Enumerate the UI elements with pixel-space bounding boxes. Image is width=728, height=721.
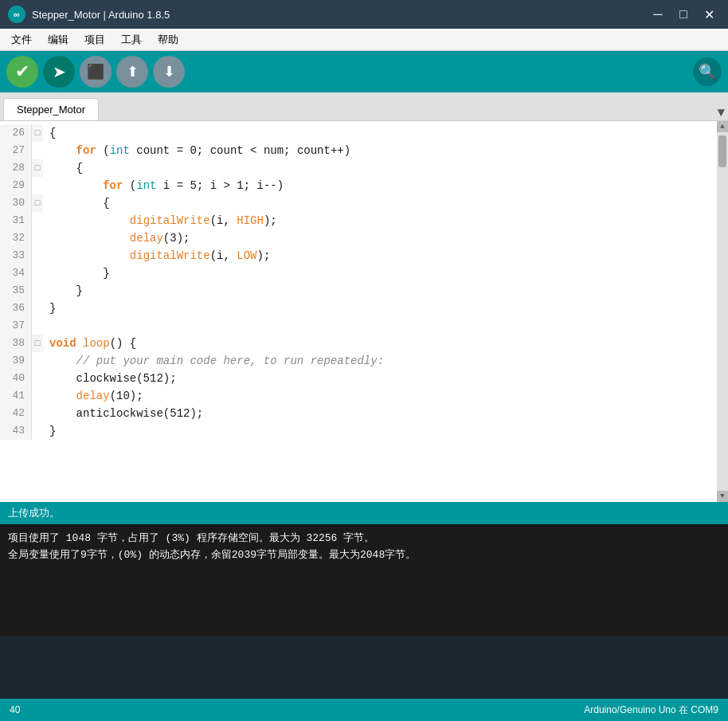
menubar: 文件 编辑 项目 工具 帮助 <box>0 29 728 51</box>
window-title: Stepper_Motor | Arduino 1.8.5 <box>32 9 647 21</box>
tab-label: Stepper_Motor <box>17 104 85 116</box>
code-editor: 26 □ { 27 for (int count = 0; count < nu… <box>0 121 728 502</box>
menu-item-file[interactable]: 文件 <box>3 31 40 49</box>
scroll-up-arrow[interactable]: ▲ <box>717 121 728 132</box>
close-button[interactable]: ✕ <box>698 3 720 25</box>
menu-item-tools[interactable]: 工具 <box>113 31 150 49</box>
code-line-37: 37 <box>0 317 717 335</box>
code-line-30: 30 □ { <box>0 194 717 212</box>
vertical-scrollbar[interactable]: ▲ ▼ <box>717 121 728 502</box>
code-line-38: 38 □ void loop() { <box>0 335 717 352</box>
console-output: 项目使用了 1048 字节，占用了 (3%) 程序存储空间。最大为 32256 … <box>0 524 728 636</box>
code-line-43: 43 } <box>0 422 717 440</box>
bottom-statusbar: 40 Arduino/Genuino Uno 在 COM9 <box>0 699 728 721</box>
maximize-button[interactable]: □ <box>672 3 695 25</box>
titlebar: ∞ Stepper_Motor | Arduino 1.8.5 ─ □ ✕ <box>0 0 728 29</box>
code-line-41: 41 delay(10); <box>0 387 717 405</box>
tab-arrow[interactable]: ▼ <box>717 106 725 120</box>
code-line-35: 35 } <box>0 282 717 300</box>
code-line-33: 33 digitalWrite(i, LOW); <box>0 247 717 264</box>
search-button[interactable]: 🔍 <box>693 57 722 86</box>
code-line-40: 40 clockwise(512); <box>0 370 717 387</box>
menu-item-edit[interactable]: 编辑 <box>40 31 76 49</box>
code-line-26: 26 □ { <box>0 124 717 142</box>
tabbar: Stepper_Motor ▼ <box>0 92 728 121</box>
open-button[interactable]: ⬆ <box>116 56 148 88</box>
console-line-2: 全局变量使用了9字节，(0%) 的动态内存，余留2039字节局部变量。最大为20… <box>8 547 720 564</box>
save-button[interactable]: ⬇ <box>153 56 185 88</box>
code-line-42: 42 anticlockwise(512); <box>0 405 717 422</box>
scroll-down-arrow[interactable]: ▼ <box>717 491 728 502</box>
code-line-32: 32 delay(3); <box>0 229 717 247</box>
code-line-34: 34 } <box>0 264 717 282</box>
code-line-27: 27 for (int count = 0; count < num; coun… <box>0 142 717 159</box>
code-line-29: 29 for (int i = 5; i > 1; i--) <box>0 177 717 194</box>
upload-status-text: 上传成功。 <box>8 506 60 520</box>
tab-stepper-motor[interactable]: Stepper_Motor <box>3 98 99 120</box>
menu-item-help[interactable]: 帮助 <box>150 31 186 49</box>
code-line-36: 36 } <box>0 300 717 317</box>
code-area[interactable]: 26 □ { 27 for (int count = 0; count < nu… <box>0 121 717 502</box>
upload-status-bar: 上传成功。 <box>0 502 728 524</box>
code-line-31: 31 digitalWrite(i, HIGH); <box>0 212 717 229</box>
window-controls: ─ □ ✕ <box>647 3 720 25</box>
code-line-39: 39 // put your main code here, to run re… <box>0 352 717 370</box>
new-button[interactable]: ⬛ <box>80 56 112 88</box>
app-icon: ∞ <box>8 6 25 23</box>
minimize-button[interactable]: ─ <box>647 3 669 25</box>
verify-button[interactable]: ✔ <box>6 56 38 88</box>
code-line-28: 28 □ { <box>0 159 717 177</box>
console-line-1: 项目使用了 1048 字节，占用了 (3%) 程序存储空间。最大为 32256 … <box>8 531 720 547</box>
upload-button[interactable]: ➤ <box>43 56 75 88</box>
scroll-thumb[interactable] <box>718 135 726 167</box>
menu-item-project[interactable]: 项目 <box>76 31 113 49</box>
toolbar: ✔ ➤ ⬛ ⬆ ⬇ 🔍 <box>0 51 728 92</box>
board-info: Arduino/Genuino Uno 在 COM9 <box>584 703 718 717</box>
line-number: 40 <box>10 704 20 715</box>
